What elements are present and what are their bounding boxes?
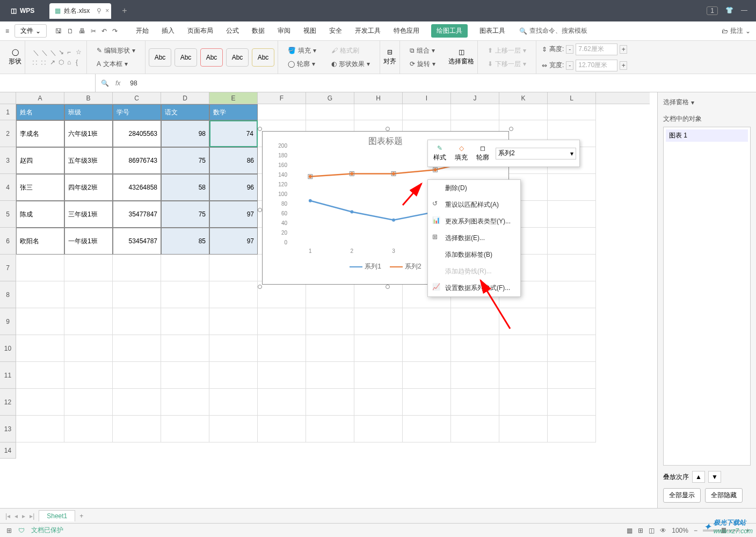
col-H[interactable]: H [354, 92, 403, 104]
hide-all-button[interactable]: 全部隐藏 [705, 488, 743, 503]
width-input[interactable] [576, 60, 617, 71]
dec-button[interactable]: - [566, 45, 573, 54]
cell[interactable]: 陈成 [16, 201, 64, 228]
cell[interactable]: 85 [161, 228, 209, 255]
col-E[interactable]: E [209, 92, 258, 104]
tab-data[interactable]: 数据 [251, 24, 266, 38]
cell[interactable]: 43264858 [113, 174, 161, 201]
document-tab[interactable]: ▦ 姓名.xlsx ⚲ × [49, 3, 111, 19]
print-preview-icon[interactable]: 🗋 [67, 27, 74, 35]
new-tab-button[interactable]: + [122, 6, 127, 16]
cell[interactable]: 75 [161, 147, 209, 174]
style-preset-5[interactable]: Abc [252, 48, 274, 67]
tab-formula[interactable]: 公式 [225, 24, 240, 38]
cell[interactable]: 74 [209, 120, 258, 147]
row-9[interactable]: 9 [0, 308, 16, 335]
row-6[interactable]: 6 [0, 228, 16, 255]
col-D[interactable]: D [161, 92, 209, 104]
fx-label[interactable]: fx [115, 79, 120, 87]
cell[interactable]: 35477847 [113, 201, 161, 228]
cell[interactable]: 97 [209, 201, 258, 228]
row-7[interactable]: 7 [0, 255, 16, 281]
save-icon[interactable]: 🖫 [55, 27, 62, 35]
row-4[interactable]: 4 [0, 174, 16, 201]
tab-view[interactable]: 视图 [302, 24, 317, 38]
file-menu-button[interactable]: 文件 ⌄ [14, 24, 47, 38]
tab-drawing-tools[interactable]: 绘图工具 [431, 24, 468, 38]
col-J[interactable]: J [451, 92, 499, 104]
row-1[interactable]: 1 [0, 104, 16, 120]
zoom-level[interactable]: 100% [672, 527, 688, 534]
cell[interactable]: 一年级1班 [64, 228, 113, 255]
skin-icon[interactable]: 👕 [725, 6, 733, 15]
style-preset-3[interactable]: Abc [200, 48, 223, 67]
cell[interactable]: 96 [209, 174, 258, 201]
row-10[interactable]: 10 [0, 335, 16, 362]
print-icon[interactable]: 🖶 [79, 27, 85, 35]
cell[interactable]: 四年级2班 [64, 174, 113, 201]
col-F[interactable]: F [258, 92, 306, 104]
undo-icon[interactable]: ↶ [101, 27, 107, 35]
list-item[interactable]: 图表 1 [666, 129, 748, 142]
tab-developer[interactable]: 开发工具 [354, 24, 382, 38]
edit-shape-button[interactable]: ✎编辑形状▾ [95, 45, 137, 56]
row-11[interactable]: 11 [0, 362, 16, 389]
header-class[interactable]: 班级 [64, 104, 113, 120]
row-14[interactable]: 14 [0, 442, 16, 459]
cell[interactable]: 三年级1班 [64, 201, 113, 228]
series-selector[interactable]: 系列2▾ [496, 148, 576, 159]
tab-layout[interactable]: 页面布局 [186, 24, 214, 38]
move-down-button[interactable]: ▼ [708, 471, 721, 483]
col-G[interactable]: G [306, 92, 354, 104]
ctx-delete[interactable]: 删除(D) [428, 180, 520, 197]
textbox-button[interactable]: A文本框▾ [95, 59, 137, 70]
col-B[interactable]: B [64, 92, 113, 104]
formula-value[interactable]: 98 [130, 79, 137, 87]
row-12[interactable]: 12 [0, 389, 16, 416]
style-preset-2[interactable]: Abc [175, 48, 197, 67]
cell[interactable]: 58 [161, 174, 209, 201]
next-sheet-icon[interactable]: ▸ [22, 512, 25, 520]
header-id[interactable]: 学号 [113, 104, 161, 120]
cell[interactable]: 李成名 [16, 120, 64, 147]
cell[interactable]: 75 [161, 201, 209, 228]
last-sheet-icon[interactable]: ▸| [30, 512, 34, 520]
prev-sheet-icon[interactable]: ◂ [14, 512, 18, 520]
fill-button[interactable]: 🪣填充▾ [286, 45, 318, 56]
style-preset-4[interactable]: Abc [226, 48, 249, 67]
rotate-button[interactable]: ⟳旋转▾ [408, 59, 438, 70]
search-command[interactable]: 🔍 查找命令、搜索模板 [519, 26, 587, 35]
row-8[interactable]: 8 [0, 281, 16, 308]
tab-start[interactable]: 开始 [135, 24, 150, 38]
minimize-icon[interactable]: — [741, 6, 747, 15]
zoom-icon[interactable]: 🔍 [101, 79, 109, 87]
tab-featured[interactable]: 特色应用 [392, 24, 420, 38]
tab-review[interactable]: 审阅 [277, 24, 292, 38]
mini-style-button[interactable]: ✎样式 [431, 143, 448, 163]
shape-effect-button[interactable]: ◐形状效果▾ [329, 59, 372, 70]
outline-button[interactable]: ◯轮廓▾ [286, 59, 318, 70]
redo-icon[interactable]: ↷ [112, 27, 118, 35]
header-name[interactable]: 姓名 [16, 104, 64, 120]
annotate-button[interactable]: 🗁 批注 ⌄ [722, 26, 751, 35]
ctx-reset-style[interactable]: ↺重设以匹配样式(A) [428, 197, 520, 213]
tab-security[interactable]: 安全 [328, 24, 343, 38]
tab-chart-tools[interactable]: 图表工具 [478, 24, 506, 38]
cell[interactable]: 张三 [16, 174, 64, 201]
spreadsheet[interactable]: A B C D E F G H I J K L 1 2 3 4 5 6 7 8 … [0, 92, 657, 508]
group-button[interactable]: ⧉组合▾ [408, 45, 438, 56]
select-pane-button[interactable]: ◫选择窗格 [448, 48, 474, 66]
pane-title[interactable]: 选择窗格▾ [663, 98, 751, 107]
cell[interactable]: 98 [161, 120, 209, 147]
select-all-corner[interactable] [0, 92, 16, 104]
cell[interactable]: 97 [209, 228, 258, 255]
view-normal-icon[interactable]: ▦ [627, 527, 633, 534]
first-sheet-icon[interactable]: |◂ [5, 512, 10, 520]
ctx-data-labels[interactable]: 添加数据标签(B) [428, 246, 520, 263]
name-box[interactable] [0, 74, 96, 92]
cell[interactable]: 赵四 [16, 147, 64, 174]
dec-button[interactable]: - [566, 61, 573, 70]
header-chinese[interactable]: 语文 [161, 104, 209, 120]
pin-icon[interactable]: ⚲ [97, 7, 101, 14]
close-tab-icon[interactable]: × [105, 7, 109, 14]
